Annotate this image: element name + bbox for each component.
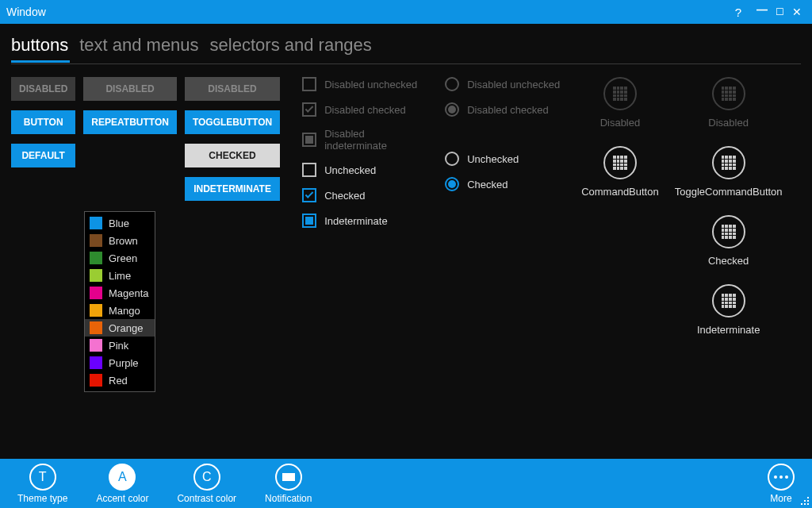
togglecommandbutton[interactable]: ToggleCommandButton	[675, 146, 783, 198]
commandbutton-area: Disabled CommandButton Disabled ToggleCo…	[581, 77, 782, 336]
togglebutton-checked[interactable]: CHECKED	[185, 144, 280, 167]
togglebutton-column: DISABLED TOGGLEBUTTON CHECKED INDETERMIN…	[185, 77, 280, 336]
togglecommandbutton-disabled: Disabled	[708, 77, 749, 129]
checkbox-disabled-indeterminate: Disabled indeterminate	[302, 128, 429, 152]
color-label: Mango	[109, 305, 140, 317]
svg-rect-2	[807, 500, 809, 502]
commandbutton-col2: Disabled ToggleCommandButton Checked Ind…	[675, 77, 783, 336]
tab-active-underline	[11, 60, 70, 63]
grid-icon	[722, 87, 736, 101]
commandbutton-col1: Disabled CommandButton	[581, 77, 659, 336]
radio-disabled-checked: Disabled checked	[445, 102, 564, 117]
radio-checked[interactable]: Checked	[445, 177, 564, 191]
notification-button[interactable]: Notification	[265, 464, 312, 504]
more-icon	[768, 464, 795, 491]
togglecommandbutton-checked[interactable]: Checked	[708, 215, 749, 267]
radio-column: Disabled unchecked Disabled checked Unch…	[445, 77, 564, 336]
svg-rect-0	[807, 497, 809, 498]
radio-disabled-unchecked: Disabled unchecked	[445, 77, 564, 91]
theme-type-button[interactable]: T Theme type	[17, 464, 67, 504]
color-label: Purple	[109, 357, 139, 369]
button-column: DISABLED BUTTON DEFAULT	[11, 77, 75, 336]
color-option-brown[interactable]: Brown	[85, 232, 155, 249]
color-swatch	[90, 217, 102, 229]
tab-divider	[11, 64, 801, 64]
button-button[interactable]: BUTTON	[11, 110, 75, 134]
color-option-purple[interactable]: Purple	[85, 354, 155, 371]
checkbox-indeterminate[interactable]: Indeterminate	[302, 214, 429, 228]
radio-unchecked[interactable]: Unchecked	[445, 152, 564, 166]
color-label: Pink	[109, 340, 128, 352]
color-swatch	[90, 287, 102, 299]
color-option-magenta[interactable]: Magenta	[85, 284, 155, 302]
theme-icon: T	[29, 464, 56, 491]
window-title: Window	[6, 6, 730, 18]
color-label: Red	[109, 375, 128, 387]
color-swatch	[90, 252, 102, 264]
color-label: Green	[109, 252, 137, 264]
content-area: buttons text and menus selectors and ran…	[0, 24, 812, 459]
accent-color-dropdown[interactable]: BlueBrownGreenLimeMagentaMangoOrangePink…	[84, 211, 155, 392]
color-label: Orange	[109, 322, 143, 334]
color-label: Lime	[109, 270, 131, 282]
accent-icon: A	[109, 464, 136, 491]
togglebutton-indeterminate[interactable]: INDETERMINATE	[185, 177, 280, 201]
checkbox-disabled-unchecked: Disabled unchecked	[302, 77, 429, 91]
grid-icon	[722, 156, 736, 170]
color-swatch	[90, 374, 102, 387]
svg-rect-4	[804, 503, 806, 505]
svg-rect-5	[807, 503, 809, 505]
resize-grip[interactable]	[799, 495, 810, 506]
svg-rect-1	[804, 500, 806, 502]
checkbox-disabled-checked: Disabled checked	[302, 102, 429, 117]
appbar: T Theme type A Accent color C Contrast c…	[0, 459, 812, 508]
accent-color-button[interactable]: A Accent color	[96, 464, 148, 504]
more-button[interactable]: More	[768, 464, 795, 504]
disabled-button: DISABLED	[11, 77, 75, 101]
color-swatch	[90, 339, 102, 352]
commandbutton[interactable]: CommandButton	[581, 146, 659, 198]
color-option-red[interactable]: Red	[85, 371, 155, 389]
color-swatch	[90, 304, 102, 317]
color-swatch	[90, 321, 102, 334]
tab-text-menus[interactable]: text and menus	[79, 33, 198, 59]
commandbutton-disabled: Disabled	[600, 77, 641, 129]
repeatbutton[interactable]: REPEATBUTTON	[83, 110, 177, 134]
app-window: Window ? — ☐ ✕ buttons text and menus se…	[0, 0, 812, 508]
checkbox-unchecked[interactable]: Unchecked	[302, 163, 429, 177]
color-label: Magenta	[109, 287, 149, 299]
titlebar: Window ? — ☐ ✕	[0, 0, 812, 24]
svg-rect-3	[801, 503, 802, 505]
grid-icon	[613, 156, 627, 170]
color-option-lime[interactable]: Lime	[85, 267, 155, 284]
tabs: buttons text and menus selectors and ran…	[11, 33, 801, 59]
color-label: Brown	[109, 235, 138, 247]
grid-icon	[722, 294, 736, 308]
color-label: Blue	[109, 217, 129, 229]
togglecommandbutton-indeterminate[interactable]: Indeterminate	[697, 284, 760, 336]
tab-selectors-ranges[interactable]: selectors and ranges	[210, 33, 372, 59]
default-button[interactable]: DEFAULT	[11, 144, 75, 167]
tab-buttons[interactable]: buttons	[11, 33, 68, 59]
grid-icon	[722, 225, 736, 239]
disabled-togglebutton: DISABLED	[185, 77, 280, 101]
maximize-button[interactable]: ☐	[771, 6, 788, 17]
checkbox-column: Disabled unchecked Disabled checked Disa…	[302, 77, 429, 336]
color-option-mango[interactable]: Mango	[85, 302, 155, 319]
color-swatch	[90, 356, 102, 369]
checkbox-checked[interactable]: Checked	[302, 188, 429, 202]
color-option-green[interactable]: Green	[85, 249, 155, 267]
color-option-pink[interactable]: Pink	[85, 337, 155, 354]
togglebutton[interactable]: TOGGLEBUTTON	[185, 110, 280, 134]
help-button[interactable]: ?	[730, 6, 747, 19]
disabled-repeatbutton: DISABLED	[83, 77, 177, 101]
color-swatch	[90, 269, 102, 282]
close-button[interactable]: ✕	[788, 6, 806, 18]
color-option-blue[interactable]: Blue	[85, 214, 155, 232]
grid-icon	[613, 87, 627, 101]
notification-icon	[275, 464, 302, 491]
contrast-icon: C	[193, 464, 220, 491]
color-option-orange[interactable]: Orange	[85, 319, 155, 337]
color-swatch	[90, 234, 102, 247]
contrast-color-button[interactable]: C Contrast color	[177, 464, 236, 504]
